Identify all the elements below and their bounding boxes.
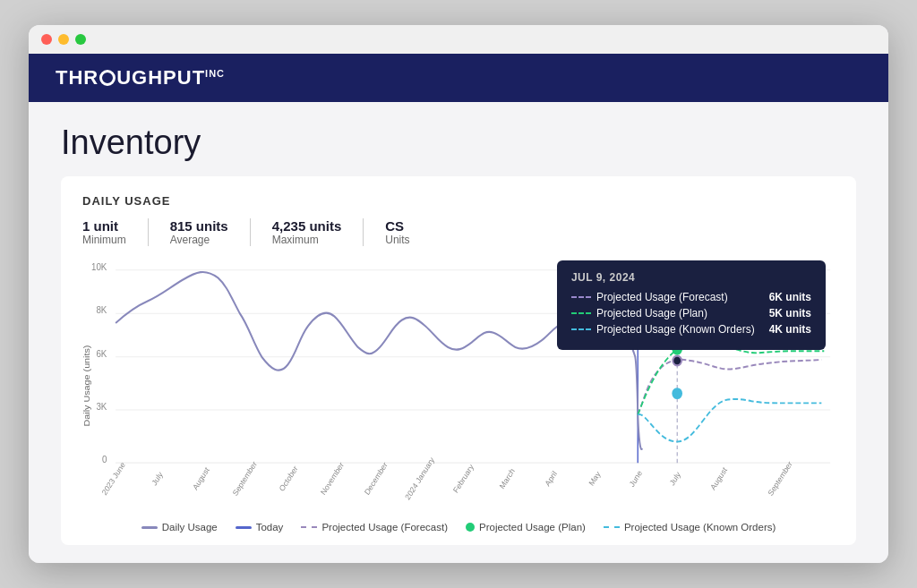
stat-maximum-value: 4,235 units: [272, 218, 342, 234]
svg-text:10K: 10K: [91, 261, 107, 272]
legend-daily-usage: Daily Usage: [141, 522, 218, 533]
legend-today: Today: [236, 522, 284, 533]
tooltip-date: JUL 9, 2024: [571, 271, 811, 284]
stat-average-value: 815 units: [170, 218, 228, 234]
tooltip-row-plan: Projected Usage (Plan) 5K units: [571, 307, 811, 320]
svg-text:December: December: [363, 460, 390, 497]
svg-text:July: July: [668, 470, 683, 488]
legend-label-today: Today: [256, 522, 284, 533]
close-button[interactable]: [41, 34, 52, 45]
svg-text:July: July: [150, 470, 165, 488]
svg-text:August: August: [708, 465, 729, 492]
stat-units-value: CS: [385, 218, 409, 234]
stat-units-label: Units: [385, 234, 409, 246]
chart-area: JUL 9, 2024 Projected Usage (Forecast) 6…: [82, 260, 835, 511]
plan-dot-icon: [466, 523, 475, 532]
svg-text:8K: 8K: [96, 305, 107, 316]
stat-minimum-label: Minimum: [82, 234, 126, 246]
svg-text:2023 June: 2023 June: [100, 460, 127, 497]
known-line-icon: [571, 328, 591, 330]
svg-text:June: June: [628, 468, 644, 488]
stat-units: CS Units: [385, 218, 431, 246]
tooltip-row-forecast: Projected Usage (Forecast) 6K units: [571, 291, 811, 303]
tooltip-legend-plan: Projected Usage (Plan): [571, 307, 707, 320]
daily-usage-swatch: [141, 526, 158, 529]
tooltip-row-known: Projected Usage (Known Orders) 4K units: [571, 323, 811, 336]
svg-point-29: [673, 356, 681, 366]
legend-label-daily-usage: Daily Usage: [162, 522, 218, 533]
stat-maximum: 4,235 units Maximum: [272, 218, 364, 246]
svg-text:August: August: [191, 465, 211, 492]
svg-text:November: November: [319, 460, 346, 497]
tooltip-label-forecast: Projected Usage (Forecast): [596, 291, 728, 303]
svg-text:2024 January: 2024 January: [403, 456, 436, 502]
known-orders-dashed-icon: [604, 526, 620, 528]
app-header: THRUGHPUTINC: [29, 54, 888, 102]
title-bar: [29, 25, 888, 54]
main-window: THRUGHPUTINC Inventory DAILY USAGE 1 uni…: [29, 25, 888, 563]
chart-tooltip: JUL 9, 2024 Projected Usage (Forecast) 6…: [557, 260, 826, 350]
maximize-button[interactable]: [75, 34, 86, 45]
forecast-dashed-icon: [301, 526, 317, 528]
svg-text:6K: 6K: [96, 348, 107, 359]
legend-forecast: Projected Usage (Forecast): [301, 522, 448, 533]
svg-text:October: October: [278, 464, 300, 493]
plan-line-icon: [571, 312, 591, 314]
stat-minimum: 1 unit Minimum: [82, 218, 149, 246]
svg-text:September: September: [231, 459, 259, 498]
stat-average-label: Average: [170, 234, 228, 246]
chart-legend: Daily Usage Today Projected Usage (Forec…: [82, 511, 835, 533]
logo-suffix: INC: [205, 68, 225, 79]
svg-text:May: May: [587, 469, 603, 488]
svg-text:Daily Usage (units): Daily Usage (units): [82, 345, 91, 427]
today-swatch: [236, 526, 252, 529]
svg-point-31: [673, 388, 681, 398]
app-logo: THRUGHPUTINC: [56, 66, 861, 89]
legend-label-plan: Projected Usage (Plan): [479, 522, 586, 533]
tooltip-legend-known: Projected Usage (Known Orders): [571, 323, 755, 336]
tooltip-value-plan: 5K units: [769, 307, 811, 320]
legend-label-forecast: Projected Usage (Forecast): [321, 522, 448, 533]
svg-text:3K: 3K: [96, 401, 107, 412]
page-title: Inventory: [61, 124, 856, 162]
svg-text:September: September: [767, 459, 794, 498]
svg-text:March: March: [498, 466, 517, 490]
tooltip-value-known: 4K units: [769, 323, 811, 336]
tooltip-label-known: Projected Usage (Known Orders): [596, 323, 755, 336]
section-label: DAILY USAGE: [82, 194, 835, 208]
stats-row: 1 unit Minimum 815 units Average 4,235 u…: [82, 218, 835, 246]
tooltip-legend-forecast: Projected Usage (Forecast): [571, 291, 728, 303]
tooltip-label-plan: Projected Usage (Plan): [596, 307, 707, 320]
svg-text:February: February: [451, 462, 476, 494]
chart-section: DAILY USAGE 1 unit Minimum 815 units Ave…: [61, 176, 856, 545]
forecast-line-icon: [571, 296, 591, 298]
stat-average: 815 units Average: [170, 218, 251, 246]
stat-minimum-value: 1 unit: [82, 218, 126, 234]
svg-text:April: April: [544, 469, 559, 488]
minimize-button[interactable]: [58, 34, 69, 45]
svg-text:0: 0: [102, 455, 107, 465]
tooltip-value-forecast: 6K units: [769, 291, 811, 303]
logo-circle-icon: [99, 70, 116, 86]
main-content: Inventory DAILY USAGE 1 unit Minimum 815…: [29, 102, 888, 563]
legend-known-orders: Projected Usage (Known Orders): [604, 522, 776, 533]
legend-plan: Projected Usage (Plan): [466, 522, 586, 533]
stat-maximum-label: Maximum: [272, 234, 342, 246]
legend-label-known-orders: Projected Usage (Known Orders): [624, 522, 776, 533]
